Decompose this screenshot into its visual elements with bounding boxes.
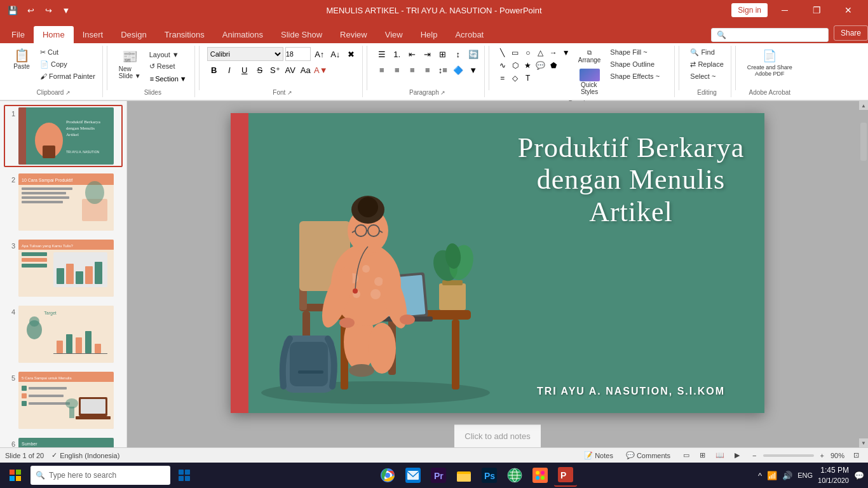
normal-view-button[interactable]: ▭ (679, 450, 693, 461)
photoshop-icon[interactable]: Ps (478, 464, 501, 487)
redo-button[interactable]: ↪ (41, 3, 56, 18)
slideshow-button[interactable]: ▶ (731, 450, 743, 461)
language-check[interactable]: ✓ English (Indonesia) (51, 451, 119, 459)
increase-indent-button[interactable]: ⇥ (421, 47, 435, 61)
tab-acrobat[interactable]: Acrobat (446, 26, 492, 43)
mail-icon[interactable] (402, 464, 424, 487)
increase-font-button[interactable]: A↑ (313, 47, 327, 61)
fit-slide-button[interactable]: ⊡ (850, 450, 863, 461)
shape-action-btn[interactable]: ⬟ (548, 60, 559, 71)
task-view-button[interactable] (173, 464, 196, 487)
paste-button[interactable]: 📋 Paste (9, 47, 34, 72)
replace-button[interactable]: ⇄ Replace (687, 59, 726, 70)
slide-thumb-3[interactable]: 3 Apa Tulisan yang Kamu Tulis? (4, 237, 123, 299)
format-painter-button[interactable]: 🖌 Format Painter (37, 71, 98, 81)
tab-home[interactable]: Home (34, 26, 74, 43)
slide-thumb-5[interactable]: 5 5 Cara Sampai untuk Menulis (4, 369, 123, 431)
shape-oval-btn[interactable]: ○ (522, 47, 534, 58)
decrease-indent-button[interactable]: ⇤ (405, 47, 419, 61)
para-down-button[interactable]: ▼ (466, 63, 480, 77)
shape-text-btn[interactable]: T (522, 72, 534, 84)
align-right-button[interactable]: ≡ (405, 63, 419, 77)
network-icon[interactable]: 📶 (766, 470, 778, 482)
chevron-icon[interactable]: ^ (757, 470, 763, 482)
shape-star-btn[interactable]: ★ (522, 60, 534, 71)
quick-styles-button[interactable]: QuickStyles (574, 67, 605, 97)
shape-curve-btn[interactable]: ∿ (497, 60, 508, 71)
select-button[interactable]: Select ~ (687, 71, 726, 81)
slide-thumb-2[interactable]: 2 10 Cara Sampai Produktif (4, 171, 123, 233)
restore-button[interactable]: ❐ (802, 0, 831, 20)
taskbar-search[interactable]: 🔍 Type here to search (31, 466, 170, 485)
premiere-icon[interactable]: Pr (427, 464, 450, 487)
cut-button[interactable]: ✂ Cut (37, 47, 98, 58)
line-spacing-button[interactable]: ↕≡ (436, 63, 450, 77)
tab-design[interactable]: Design (112, 26, 155, 43)
tell-me-box[interactable]: 🔍 Tell me what you want to do (711, 28, 829, 42)
customize-button[interactable]: ▼ (58, 3, 74, 18)
shape-fill-button[interactable]: Shape Fill ~ (607, 47, 670, 57)
clock[interactable]: 1:45 PM 10/1/2020 (818, 465, 849, 485)
zoom-in-button[interactable]: + (817, 451, 828, 461)
tab-insert[interactable]: Insert (74, 26, 112, 43)
tab-transitions[interactable]: Transitions (156, 26, 214, 43)
shape-effects-button[interactable]: Shape Effects ~ (607, 71, 670, 81)
main-slide-canvas[interactable]: Produktif Berkarya dengan Menulis Artike… (231, 113, 764, 413)
tab-review[interactable]: Review (331, 26, 376, 43)
shape-flow-btn[interactable]: ◇ (510, 72, 521, 84)
internet-icon[interactable] (503, 464, 526, 487)
clear-format-button[interactable]: ✖ (344, 47, 358, 61)
align-left-button[interactable]: ≡ (375, 63, 389, 77)
create-pdf-button[interactable]: 📄 Create and ShareAdobe PDF (743, 47, 796, 79)
scrollbar-thumb[interactable] (860, 123, 867, 161)
tab-help[interactable]: Help (412, 26, 447, 43)
shape-tri-btn[interactable]: △ (535, 47, 546, 58)
tab-view[interactable]: View (376, 26, 412, 43)
tab-slideshow[interactable]: Slide Show (272, 26, 331, 43)
zoom-out-button[interactable]: − (749, 451, 760, 461)
italic-button[interactable]: I (222, 63, 236, 77)
save-button[interactable]: 💾 (5, 3, 20, 18)
chrome-icon[interactable] (376, 464, 399, 487)
font-size-input[interactable] (285, 47, 311, 61)
volume-icon[interactable]: 🔊 (781, 470, 794, 482)
reset-button[interactable]: ↺ Reset (146, 61, 191, 72)
smart-art-button[interactable]: 🔷 (451, 63, 465, 77)
zoom-slider[interactable] (763, 454, 814, 457)
font-color-button[interactable]: A▼ (314, 63, 328, 77)
notes-area[interactable]: Click to add notes (454, 424, 540, 447)
align-center-button[interactable]: ≡ (390, 63, 404, 77)
minimize-button[interactable]: ─ (770, 0, 799, 20)
strikethrough-button[interactable]: S (253, 63, 267, 77)
font-name-select[interactable]: Calibri (207, 47, 283, 61)
undo-button[interactable]: ↩ (23, 3, 38, 18)
underline-button[interactable]: U (238, 63, 252, 77)
file-explorer-icon[interactable] (452, 464, 475, 487)
decrease-font-button[interactable]: A↓ (329, 47, 342, 61)
close-button[interactable]: ✕ (834, 0, 863, 20)
slide-thumb-1[interactable]: 1 Produktif Berkarya dengan Menulis Arti… (4, 105, 123, 167)
sign-in-button[interactable]: Sign in (731, 3, 768, 17)
find-button[interactable]: 🔍 Find (687, 47, 726, 58)
text-shadow-button[interactable]: S⁺ (268, 63, 282, 77)
reading-view-button[interactable]: 📖 (712, 450, 728, 461)
justify-button[interactable]: ≡ (421, 63, 435, 77)
notes-button[interactable]: 📝 Notes (580, 450, 617, 461)
shape-process-btn[interactable]: ⬡ (510, 60, 521, 71)
powerpoint-icon[interactable]: P (554, 464, 577, 487)
layout-button[interactable]: Layout ▼ (146, 50, 191, 60)
shape-line-btn[interactable]: ╲ (497, 47, 508, 58)
shape-callout-btn[interactable]: 💬 (535, 60, 546, 71)
tab-animations[interactable]: Animations (214, 26, 272, 43)
shape-eq-btn[interactable]: = (497, 72, 508, 84)
direction-button[interactable]: ↕ (451, 47, 465, 61)
slide-thumb-6[interactable]: 6 Sumber (4, 435, 123, 447)
paint-icon[interactable] (529, 464, 552, 487)
comments-button[interactable]: 💬 Comments (622, 450, 674, 461)
slide-thumb-4[interactable]: 4 Target (4, 303, 123, 365)
scroll-down-button[interactable]: ▼ (859, 438, 868, 447)
shape-outline-button[interactable]: Shape Outline (607, 59, 670, 69)
shape-arrow-btn[interactable]: → (548, 47, 559, 58)
bold-button[interactable]: B (207, 63, 221, 77)
shape-rect-btn[interactable]: ▭ (510, 47, 521, 58)
